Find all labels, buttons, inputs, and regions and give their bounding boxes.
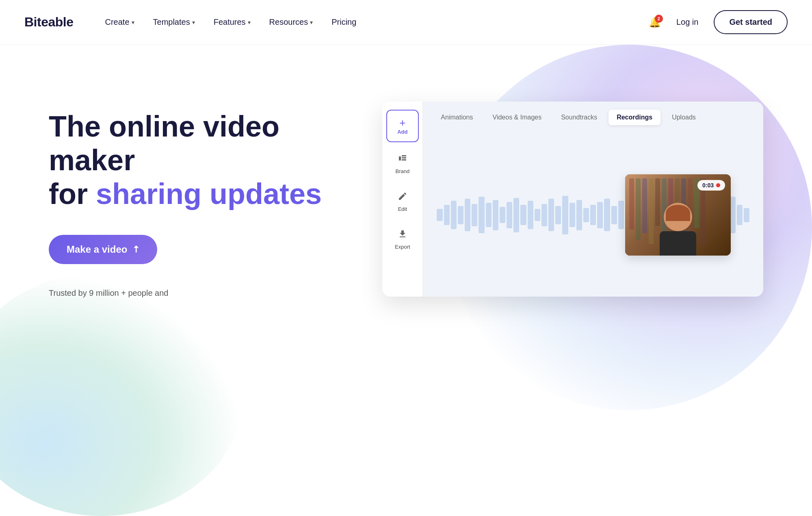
tab-videos-images[interactable]: Videos & Images <box>485 110 550 125</box>
export-icon <box>395 227 410 241</box>
mockup-main: Animations Videos & Images Soundtracks R… <box>423 102 763 297</box>
hero-left: The online video maker for sharing updat… <box>49 93 366 298</box>
sidebar-export-label: Export <box>395 244 410 250</box>
recording-inner: 0:03 <box>625 174 731 256</box>
hero-title-highlight: sharing updates <box>96 178 322 210</box>
tab-recordings[interactable]: Recordings <box>608 110 660 125</box>
login-link[interactable]: Log in <box>669 14 706 30</box>
nav-features[interactable]: Features ▾ <box>206 14 258 30</box>
hero-title: The online video maker for sharing updat… <box>49 110 366 210</box>
nav-create[interactable]: Create ▾ <box>97 14 141 30</box>
mockup-content: 0:03 <box>423 133 763 297</box>
edit-icon <box>395 189 410 204</box>
timer-value: 0:03 <box>702 182 714 189</box>
sidebar-add-label: Add <box>397 129 407 135</box>
person-body <box>660 231 696 256</box>
tab-soundtracks[interactable]: Soundtracks <box>553 110 605 125</box>
sidebar-edit-label: Edit <box>398 206 407 212</box>
make-video-button[interactable]: Make a video ↗ <box>49 235 157 264</box>
arrow-icon: ↗ <box>130 243 142 256</box>
get-started-button[interactable]: Get started <box>714 10 788 34</box>
navbar: Biteable Create ▾ Templates ▾ Features ▾… <box>0 0 812 45</box>
sidebar-add-button[interactable]: + Add <box>386 110 419 142</box>
plus-icon: + <box>399 117 405 128</box>
notification-bell[interactable]: 🔔 2 <box>649 17 661 28</box>
timer-badge: 0:03 <box>697 180 725 191</box>
person-figure <box>660 203 696 256</box>
chevron-down-icon: ▾ <box>132 19 134 26</box>
ui-mockup: + Add Brand <box>382 102 763 297</box>
nav-templates[interactable]: Templates ▾ <box>146 14 202 30</box>
sidebar-brand-button[interactable]: Brand <box>386 145 419 180</box>
nav-links: Create ▾ Templates ▾ Features ▾ Resource… <box>97 14 648 30</box>
tab-animations[interactable]: Animations <box>433 110 481 125</box>
tab-uploads[interactable]: Uploads <box>664 110 704 125</box>
person-head <box>664 203 692 231</box>
trusted-text: Trusted by 9 million + people and <box>49 288 366 298</box>
chevron-down-icon: ▾ <box>248 19 251 26</box>
person-hair <box>666 205 690 221</box>
sidebar-export-button[interactable]: Export <box>386 221 419 256</box>
notification-badge: 2 <box>655 15 663 23</box>
chevron-down-icon: ▾ <box>192 19 195 26</box>
hero-content: The online video maker for sharing updat… <box>0 45 812 322</box>
mockup-sidebar: + Add Brand <box>382 102 423 297</box>
nav-right: 🔔 2 Log in Get started <box>649 10 788 34</box>
recording-thumbnail: 0:03 <box>625 174 731 256</box>
record-dot <box>716 183 720 187</box>
sidebar-edit-button[interactable]: Edit <box>386 183 419 218</box>
nav-resources[interactable]: Resources ▾ <box>262 14 320 30</box>
brand-icon <box>395 151 410 166</box>
hero-section: The online video maker for sharing updat… <box>0 45 812 516</box>
sidebar-brand-label: Brand <box>396 168 410 174</box>
chevron-down-icon: ▾ <box>310 19 313 26</box>
brand-logo[interactable]: Biteable <box>24 15 73 30</box>
mockup-tabs: Animations Videos & Images Soundtracks R… <box>423 102 763 133</box>
nav-pricing[interactable]: Pricing <box>324 14 364 30</box>
hero-right: + Add Brand <box>366 93 763 297</box>
